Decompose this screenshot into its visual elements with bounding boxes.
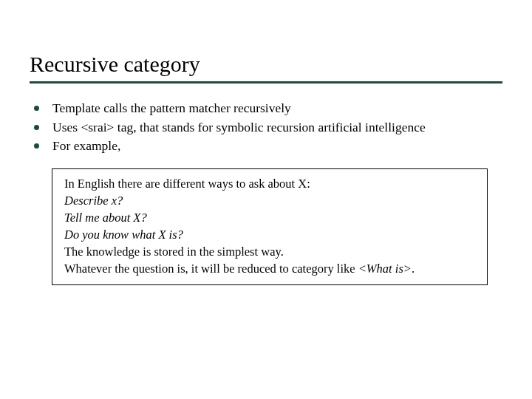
example-question: Describe x? [64,192,475,209]
list-item: Template calls the pattern matcher recur… [34,100,502,117]
example-question: Do you know what X is? [64,226,475,243]
bullet-list: Template calls the pattern matcher recur… [34,100,502,155]
bullet-text: Uses <srai> tag, that stands for symboli… [52,119,502,137]
example-reduced-text: Whatever the question is, it will be red… [64,262,358,276]
example-reduced-tag: <What is> [358,262,412,276]
bullet-icon [34,125,39,130]
example-reduced: Whatever the question is, it will be red… [64,260,475,277]
page-title: Recursive category [30,52,502,77]
example-stored: The knowledge is stored in the simplest … [64,243,475,260]
example-box: In English there are different ways to a… [52,168,488,286]
example-intro: In English there are different ways to a… [64,175,475,192]
bullet-text: Template calls the pattern matcher recur… [52,100,502,117]
example-question: Tell me about X? [64,209,475,226]
list-item: For example, [34,137,502,155]
bullet-text: For example, [52,137,502,155]
bullet-icon [34,106,39,111]
example-reduced-post: . [412,262,415,276]
bullet-icon [34,143,39,149]
title-rule [30,81,502,83]
list-item: Uses <srai> tag, that stands for symboli… [34,119,502,137]
slide: Recursive category Template calls the pa… [0,0,532,315]
